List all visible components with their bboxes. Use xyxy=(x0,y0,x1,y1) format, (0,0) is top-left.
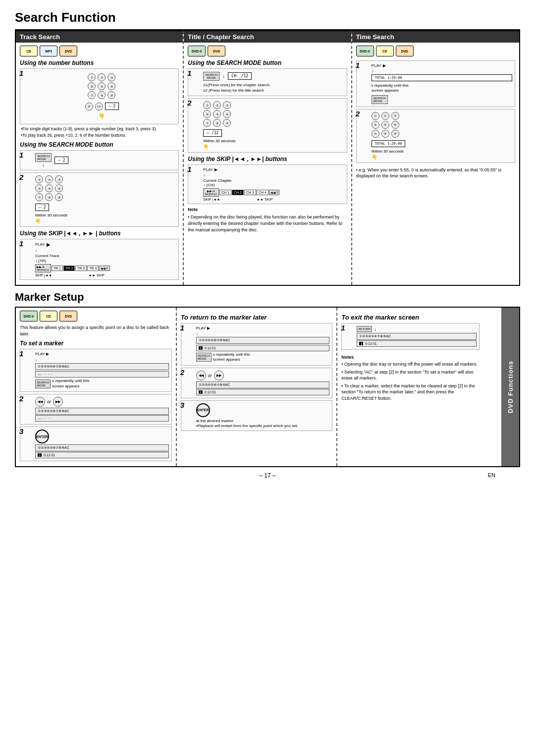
title-step1-content: SEARCHMODE ↓ CH _/12 x1(Press once) for … xyxy=(203,71,344,93)
tc-btn-7: ⑦ xyxy=(203,119,211,127)
finger-down: 👇 xyxy=(99,113,106,119)
tm-btn-1: ① xyxy=(372,112,379,120)
tc-btn-3: ③ xyxy=(223,101,231,109)
footer: – 17 – EN xyxy=(15,472,520,479)
cd-icon: CD xyxy=(20,46,38,56)
current-chapter-label: Current Chapter xyxy=(203,178,344,183)
title-search-mode-title: Using the SEARCH MODE button xyxy=(188,59,347,66)
r-step2-content: ◀◀ or ▶▶ ①②③④⑤⑥⑦⑧⑨AC 1 0:12:01 xyxy=(196,371,330,395)
m-step2-row: ◀◀ or ▶▶ xyxy=(35,397,169,407)
time-play-row: PLAY▶ xyxy=(372,63,512,68)
using-number-buttons-title: Using the number buttons xyxy=(20,59,179,66)
title-skip-left: SKIP |◄◄ xyxy=(203,198,219,201)
m-cd-icon: CD xyxy=(40,311,57,322)
or-btn2: ▶▶ xyxy=(53,397,63,407)
s2-btn-2: ② xyxy=(45,175,53,183)
track-step1-diagram: 1 ① ② ③ ④ ⑤ ⑥ ⑦ ⑧ ⑨ ⑩ CH xyxy=(20,68,179,124)
tc-btn-9: ⑨ xyxy=(223,119,231,127)
r-step3-content: ENTER at the desired marker •Playback wi… xyxy=(196,403,330,428)
btn-8: ⑧ xyxy=(98,91,106,99)
title-chapter-col: Title / Chapter Search DVD-V DVD Using t… xyxy=(184,31,352,285)
r-step2-num: 2 xyxy=(180,368,184,377)
marker-set-step3: 3 ENTER ①②③④⑤⑥⑦⑧⑨AC 1 0:12:01 xyxy=(20,427,172,461)
tc-btn-8: ⑧ xyxy=(213,119,221,127)
time-num-buttons: ① ② ③ ④ ⑤ ⑥ ⑦ ⑧ ⑨ xyxy=(372,112,512,138)
m-dvd-icon: DVD xyxy=(59,311,77,322)
track-search-col: Track Search CD MP3 DVD Using the number… xyxy=(16,31,184,285)
or-btn1: ◀◀ xyxy=(35,397,45,407)
title-step1: 1 SEARCHMODE ↓ CH _/12 x1(Press once) fo… xyxy=(188,68,347,96)
tm-btn-2: ② xyxy=(381,112,389,120)
r-play-row: PLAY ▶ xyxy=(196,326,330,330)
m-play-row: PLAY ▶ xyxy=(35,352,169,356)
marker-icons: DVD-V CD DVD xyxy=(20,311,172,322)
btn-3: ③ xyxy=(107,73,115,81)
r-enter-btn: ENTER xyxy=(196,403,210,417)
tc-btn-2: ② xyxy=(213,101,221,109)
s2-btn-1: ① xyxy=(35,175,43,183)
exit-marker-col: To exit the marker screen 1 RETURN ↓ ①②③… xyxy=(337,308,519,466)
return-step1: 1 PLAY ▶ ↓ ①②③④⑤⑥⑦⑧⑨AC 1 0:12:01 SEARCHM… xyxy=(181,323,333,366)
exit-note2: • Selecting "AC" at step [2] in the sect… xyxy=(341,369,480,381)
chapter-note-text: • Depending on the disc being played, th… xyxy=(188,214,347,233)
m-step2-num: 2 xyxy=(19,394,23,403)
search-mode-step1-content: SEARCHMODE ↓ — 2 xyxy=(35,153,176,167)
title-icons: DVD-V DVD xyxy=(188,46,347,56)
title-skip-num: 1 xyxy=(187,165,191,173)
title-step2-note: Within 30 seconds xyxy=(203,139,344,143)
tr4: TR 4 xyxy=(87,266,99,271)
marker-set-step2: 2 ◀◀ or ▶▶ ①②③④⑤⑥⑦⑧⑨AC — ·· ·· ·· ·· xyxy=(20,394,172,425)
tr1: TR 1 xyxy=(52,266,63,271)
title-skip-content: PLAY▶ ↓ Current Chapter ↓ (CH) ▶▶/ASKIP/… xyxy=(203,167,344,201)
search-function-section: Track Search CD MP3 DVD Using the number… xyxy=(15,29,520,286)
time-icons: DVD-V CD DVD xyxy=(356,46,515,56)
title-skip-labels: SKIP |◄◄ ►► SKIP xyxy=(203,198,272,201)
title-skip-step1: 1 PLAY▶ ↓ Current Chapter ↓ (CH) ▶▶/ASKI… xyxy=(188,164,347,204)
time-finger: 👇 xyxy=(372,155,512,160)
ch3: CH 3 xyxy=(244,190,256,195)
m-step1-display2: — ·· ·· ·· ·· xyxy=(35,371,169,378)
btn-7: ⑦ xyxy=(88,91,96,99)
title-num-buttons: ① ② ③ ④ ⑤ ⑥ ⑦ ⑧ ⑨ xyxy=(203,101,344,127)
exit-note3: • To clear a marker, select the marker t… xyxy=(341,383,480,402)
exit-notes-header: Notes xyxy=(341,355,480,360)
skip-arrow: ↓ xyxy=(35,248,176,253)
time-step2-display: TOTAL 1:29:00 xyxy=(372,140,406,147)
search-columns: Track Search CD MP3 DVD Using the number… xyxy=(16,30,519,285)
tm-btn-6: ⑥ xyxy=(391,121,399,129)
r-step1-display2: 1 0:12:01 xyxy=(196,345,330,351)
r-step3-sub: •Playback will restart from the specific… xyxy=(196,424,330,428)
time-note: • e.g. When you enter 5:55, 0 is automat… xyxy=(356,167,515,179)
play-indicator: PLAY▶ xyxy=(35,242,176,247)
tr-label: ↓ (TR) xyxy=(35,259,176,263)
e-return-row: RETURN ↓ xyxy=(357,326,477,332)
skip-diagram-content: PLAY▶ ↓ Current Track ↓ (TR) ▶▶/ASKIP/CH… xyxy=(35,242,176,277)
tc-btn-1: ① xyxy=(203,101,211,109)
page-number: – 17 – xyxy=(259,472,275,479)
time-step1: 1 PLAY▶ ↓ TOTAL 1:29:00 x repeatedly unt… xyxy=(356,60,515,107)
tc-btn-6: ⑥ xyxy=(223,110,231,118)
title-finger: 👇 xyxy=(203,144,344,150)
btn-0: ⑩ xyxy=(85,103,93,110)
m-step2-display1: ①②③④⑤⑥⑦⑧⑨AC xyxy=(35,408,169,415)
title-step2: 2 ① ② ③ ④ ⑤ ⑥ ⑦ ⑧ ⑨ — /12 xyxy=(188,98,347,153)
tm-btn-3: ③ xyxy=(391,112,399,120)
btn-5: ⑤ xyxy=(98,82,106,90)
r-step1-num: 1 xyxy=(180,324,184,332)
e-step1-num: 1 xyxy=(341,324,345,332)
time-step1-num: 1 xyxy=(356,61,360,69)
step-num-2a: 2 xyxy=(19,173,23,181)
mp3-icon: MP3 xyxy=(40,46,57,56)
marker-intro: This feature allows you to assign a spec… xyxy=(20,324,172,337)
exit-note1: • Opening the disc tray or turning off t… xyxy=(341,361,480,368)
track-search-step1: 1 SEARCHMODE ↓ — 2 xyxy=(20,150,179,170)
track-note2: •To play track 26, press +10, 2, 6 of th… xyxy=(20,133,179,138)
ch-row: ▶▶/ASKIP/CH. CH 1 CH 2 CH 3 CH 4 ◀◀/T xyxy=(203,188,344,197)
marker-setup-section: DVD-V CD DVD This feature allows you to … xyxy=(15,307,520,467)
r-step1-display1: ①②③④⑤⑥⑦⑧⑨AC xyxy=(196,337,330,344)
time-step2-num: 2 xyxy=(356,109,360,118)
search-step2-content: ① ② ③ ④ ⑤ ⑥ ⑦ ⑧ ⑨ — 2 Within 30 seconds xyxy=(35,175,176,224)
tm-btn-5: ⑤ xyxy=(381,121,389,129)
step2-num-buttons: ① ② ③ ④ ⑤ ⑥ ⑦ ⑧ ⑨ xyxy=(35,175,176,201)
r-step1-content: PLAY ▶ ↓ ①②③④⑤⑥⑦⑧⑨AC 1 0:12:01 SEARCHMOD… xyxy=(196,326,330,363)
